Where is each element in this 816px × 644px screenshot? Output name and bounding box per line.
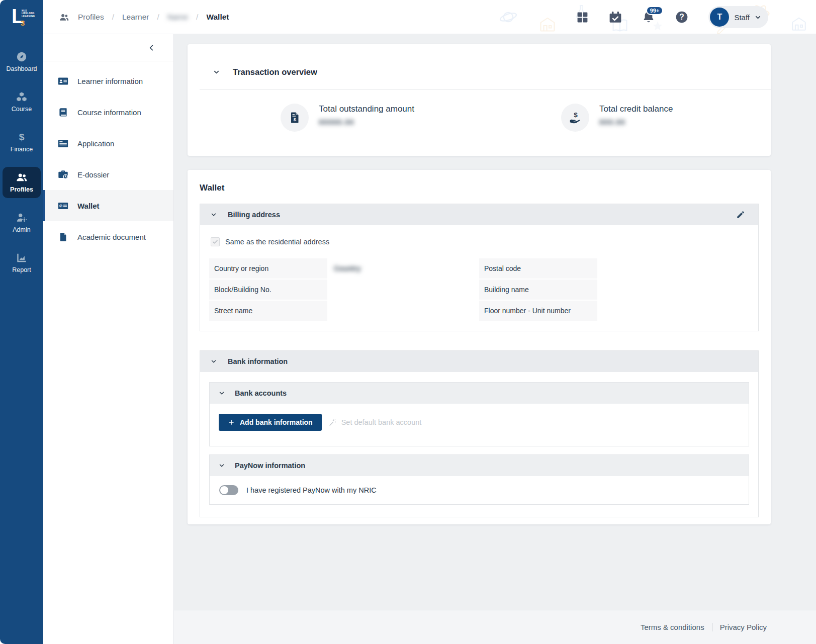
field-row-building-name: Building name [479,280,749,300]
collapse-bank-accounts-icon[interactable] [219,390,225,396]
sidebar-item-profiles[interactable]: Profiles [3,167,41,198]
bank-accounts-header: Bank accounts [210,383,749,404]
set-default-bank-account-button[interactable]: Set default bank account [328,418,422,427]
sidebar-item-learner-information[interactable]: Learner information [43,65,173,97]
edit-billing-address-button[interactable] [736,210,745,219]
total-credit-label: Total credit balance [599,104,673,114]
billing-address-title: Billing address [228,211,280,219]
wallet-card: Wallet Billing address Same as the resid… [188,170,771,524]
avatar: T [710,8,729,27]
breadcrumb: Profiles / Learner / Name / Wallet [59,0,229,34]
file-invoice-dollar-icon [281,104,309,132]
magic-wand-icon [328,418,337,427]
divider [200,89,771,89]
collapse-billing-address-icon[interactable] [211,212,217,218]
billing-address-panel: Billing address Same as the residential … [200,204,759,331]
breadcrumb-separator: / [157,13,159,22]
sidebar-item-dashboard[interactable]: Dashboard [3,46,41,77]
user-gear-icon [16,212,27,223]
terms-and-conditions-link[interactable]: Terms & conditions [641,623,704,631]
notification-badge: 99+ [646,6,664,15]
same-as-residential-checkbox[interactable] [211,237,220,246]
top-header: Profiles / Learner / Name / Wallet 99+ T… [43,0,816,34]
collapse-transaction-overview-icon[interactable] [213,69,220,75]
bank-information-header: Bank information [200,351,758,372]
paynow-nric-toggle[interactable] [219,485,238,495]
paynow-nric-label: I have registered PayNow with my NRIC [246,486,377,494]
money-check-icon [57,201,68,211]
cubes-icon [16,91,27,103]
l3-logo: L 3 NUSLIFELONGLEARNING [11,6,33,29]
compass-icon [16,51,27,62]
user-role-label: Staff [734,13,750,22]
sidebar-item-wallet[interactable]: Wallet [43,190,173,221]
sidebar-item-admin[interactable]: Admin [3,207,41,238]
sidebar-item-academic-document[interactable]: Academic document [43,221,173,252]
breadcrumb-learner-name-redacted[interactable]: Name [167,13,188,22]
paynow-subpanel: PayNow information I have registered Pay… [209,454,749,505]
bank-accounts-title: Bank accounts [235,389,287,397]
bank-accounts-subpanel: Bank accounts Add bank information Set d… [209,382,749,446]
paynow-title: PayNow information [235,462,305,470]
field-row-floor-unit: Floor number - Unit number [479,301,749,321]
collapse-paynow-icon[interactable] [219,463,225,469]
briefcase-clock-icon [57,169,68,180]
hand-holding-dollar-icon [561,104,589,132]
sidebar-collapse-row [43,34,173,61]
card-list-icon [57,138,68,149]
toggle-knob [220,486,228,494]
area-chart-icon [16,252,27,263]
same-as-residential-label: Same as the residential address [225,238,329,246]
wallet-title: Wallet [188,170,771,193]
profile-section-sidebar: Learner information Course information A… [43,34,174,644]
total-credit-value-redacted: 000.00 [599,118,673,126]
help-icon[interactable] [675,11,688,24]
breadcrumb-separator: / [196,13,198,22]
field-row-block: Block/Building No. [209,280,479,300]
bank-information-title: Bank information [228,357,288,365]
total-outstanding-label: Total outstanding amount [319,104,414,114]
users-icon [16,172,27,183]
breadcrumb-separator: / [112,13,114,22]
add-bank-information-button[interactable]: Add bank information [219,414,322,431]
sidebar-item-report[interactable]: Report [3,247,41,279]
field-row-country: Country or region Country [209,258,479,279]
header-actions: 99+ T Staff [576,0,768,34]
plus-icon [228,419,235,426]
users-icon [59,13,69,22]
paynow-header: PayNow information [210,455,749,476]
collapse-bank-information-icon[interactable] [211,358,217,364]
primary-sidebar: L 3 NUSLIFELONGLEARNING Dashboard Course… [0,0,43,644]
file-pdf-icon [57,232,68,242]
country-value-redacted: Country [327,264,361,272]
bell-icon[interactable]: 99+ [642,11,655,24]
field-row-street: Street name [209,301,479,321]
app-logo[interactable]: L 3 NUSLIFELONGLEARNING [0,0,43,34]
sidebar-item-application[interactable]: Application [43,128,173,159]
privacy-policy-link[interactable]: Privacy Policy [712,623,767,631]
logo-caption: NUSLIFELONGLEARNING [22,10,35,18]
id-card-icon [57,76,68,86]
sidebar-item-course[interactable]: Course [3,86,41,118]
collapse-sidebar-button[interactable] [147,44,155,52]
user-menu[interactable]: T Staff [708,6,768,28]
transaction-overview-title: Transaction overview [233,67,317,77]
sidebar-item-course-information[interactable]: Course information [43,97,173,128]
total-outstanding-value-redacted: 00000.00 [319,118,414,126]
breadcrumb-profiles[interactable]: Profiles [78,13,104,22]
calendar-check-icon[interactable] [609,11,622,24]
chevron-down-icon [755,14,761,21]
billing-address-header: Billing address [200,204,758,225]
book-icon [57,108,68,117]
breadcrumb-learner[interactable]: Learner [122,13,149,22]
logo-digit: 3 [21,19,25,27]
sidebar-item-finance[interactable]: Finance [3,127,41,158]
breadcrumb-current-wallet: Wallet [206,13,229,22]
main-content: Transaction overview Total outstanding a… [174,34,816,644]
sidebar-item-e-dossier[interactable]: E-dossier [43,159,173,190]
apps-grid-icon[interactable] [576,11,589,24]
transaction-overview-card: Transaction overview Total outstanding a… [188,44,771,156]
dollar-icon [16,132,27,143]
bank-information-panel: Bank information Bank accounts Add bank … [200,350,759,517]
total-outstanding-stat: Total outstanding amount 00000.00 [188,104,479,132]
